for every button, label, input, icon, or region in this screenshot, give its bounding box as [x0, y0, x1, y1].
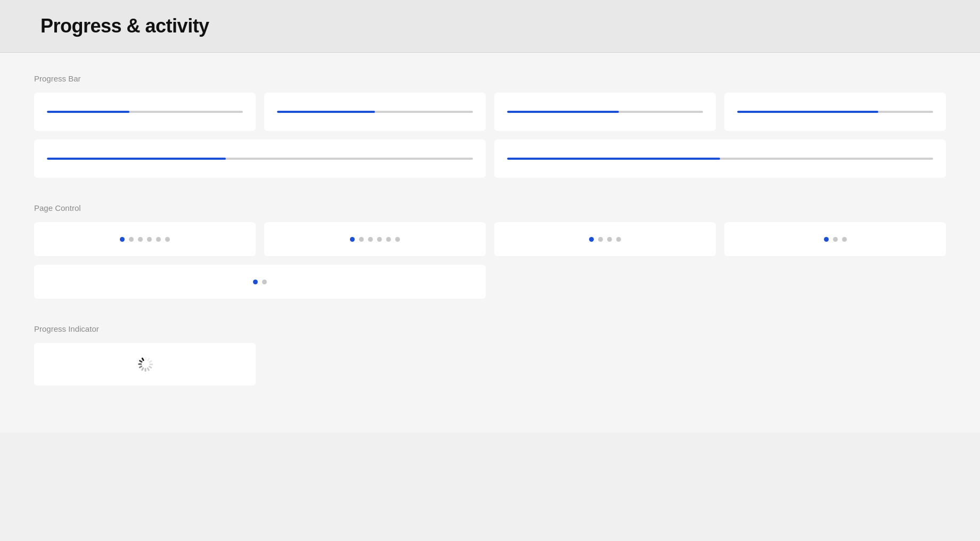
page-title: Progress & activity	[40, 15, 940, 37]
dot[interactable]	[377, 237, 382, 242]
progress-bar-label: Progress Bar	[34, 74, 946, 83]
progress-fill-5	[47, 158, 226, 160]
progress-fill-3	[507, 111, 619, 113]
progress-fill-6	[507, 158, 720, 160]
progress-indicator-card	[34, 343, 256, 386]
progress-fill-4	[737, 111, 878, 113]
progress-track-3	[507, 111, 703, 113]
spinner-tick-8	[141, 367, 144, 371]
dots-4	[824, 237, 847, 242]
spinner-tick-5	[149, 365, 152, 368]
dot[interactable]	[842, 237, 847, 242]
dot[interactable]	[253, 280, 258, 284]
spinner	[137, 357, 152, 372]
dot[interactable]	[598, 237, 603, 242]
page-control-card-1	[34, 222, 256, 256]
dot[interactable]	[368, 237, 373, 242]
page-header: Progress & activity	[0, 0, 980, 53]
spinner-tick-10	[138, 364, 142, 365]
page-control-card-2	[264, 222, 486, 256]
progress-track-5	[47, 158, 473, 160]
dots-1	[120, 237, 170, 242]
progress-track-2	[277, 111, 473, 113]
progress-fill-1	[47, 111, 129, 113]
progress-bar-card-1	[34, 93, 256, 131]
dot[interactable]	[147, 237, 152, 242]
dot[interactable]	[262, 280, 267, 284]
dot[interactable]	[833, 237, 838, 242]
page-control-card-5	[34, 265, 486, 299]
dot[interactable]	[156, 237, 161, 242]
spinner-tick-1	[145, 357, 146, 360]
dot[interactable]	[386, 237, 391, 242]
page-control-row1	[34, 222, 946, 256]
dots-2	[350, 237, 400, 242]
progress-bar-row1	[34, 93, 946, 131]
progress-bar-section: Progress Bar	[34, 74, 946, 178]
spinner-tick-4	[149, 364, 153, 365]
progress-indicator-section: Progress Indicator	[34, 324, 946, 386]
spinner-tick-7	[145, 368, 146, 372]
dot[interactable]	[165, 237, 170, 242]
progress-fill-2	[277, 111, 375, 113]
dot[interactable]	[138, 237, 143, 242]
page-control-section: Page Control	[34, 203, 946, 299]
dot[interactable]	[350, 237, 355, 242]
progress-indicator-label: Progress Indicator	[34, 324, 946, 333]
progress-track-1	[47, 111, 243, 113]
dot[interactable]	[616, 237, 621, 242]
page-control-card-4	[724, 222, 946, 256]
progress-bar-card-3	[494, 93, 716, 131]
page-control-row2	[34, 265, 946, 299]
progress-bar-row2	[34, 140, 946, 178]
progress-track-6	[507, 158, 933, 160]
progress-bar-card-2	[264, 93, 486, 131]
dot[interactable]	[607, 237, 612, 242]
main-content: Progress Bar	[0, 53, 980, 432]
dot[interactable]	[589, 237, 594, 242]
page-control-label: Page Control	[34, 203, 946, 212]
dot[interactable]	[129, 237, 134, 242]
progress-bar-card-6	[494, 140, 946, 178]
page-control-card-3	[494, 222, 716, 256]
spinner-tick-6	[147, 367, 150, 371]
dot[interactable]	[120, 237, 125, 242]
dots-5	[253, 280, 267, 284]
spinner-tick-3	[149, 360, 152, 363]
dot[interactable]	[359, 237, 364, 242]
dot[interactable]	[824, 237, 829, 242]
progress-bar-card-5	[34, 140, 486, 178]
dot[interactable]	[395, 237, 400, 242]
progress-bar-card-4	[724, 93, 946, 131]
dots-3	[589, 237, 621, 242]
progress-track-4	[737, 111, 933, 113]
